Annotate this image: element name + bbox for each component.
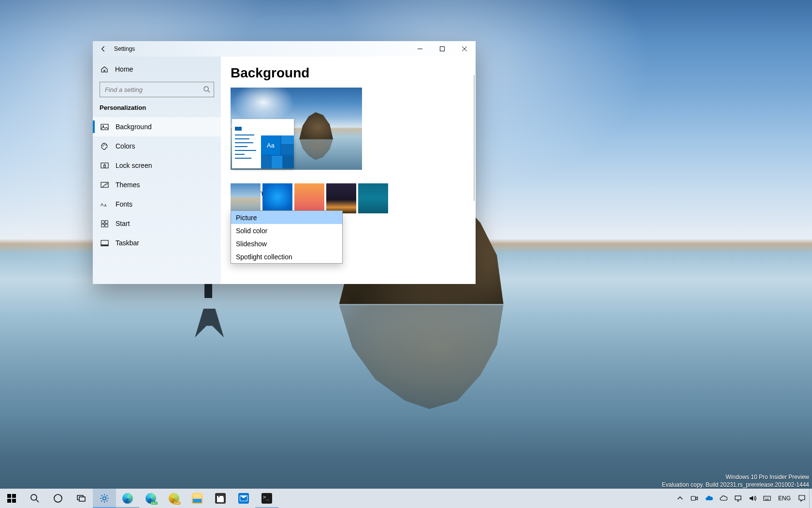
watermark-line2: Evaluation copy. Build 20231.rs_prerelea… xyxy=(662,481,809,489)
tray-network[interactable] xyxy=(731,489,745,508)
taskbar-app-terminal[interactable] xyxy=(255,489,278,508)
sidebar-item-lock-screen[interactable]: Lock screen xyxy=(93,156,221,175)
gear-icon xyxy=(99,493,110,504)
search-icon xyxy=(29,493,40,504)
edge-icon xyxy=(122,493,133,504)
home-icon xyxy=(101,65,108,73)
window-controls xyxy=(409,41,476,57)
maximize-button[interactable] xyxy=(431,41,453,57)
search-input[interactable] xyxy=(100,82,214,97)
svg-point-26 xyxy=(103,497,106,500)
sidebar-item-label: Lock screen xyxy=(116,162,152,169)
back-button[interactable] xyxy=(93,41,114,57)
start-button[interactable] xyxy=(0,489,23,508)
sidebar-item-label: Fonts xyxy=(116,200,132,208)
minimize-button[interactable] xyxy=(409,41,431,57)
sidebar-item-themes[interactable]: Themes xyxy=(93,175,221,194)
sidebar-item-label: Colors xyxy=(116,142,135,150)
picture-thumb-4[interactable] xyxy=(326,183,356,213)
svg-rect-27 xyxy=(691,496,696,500)
taskbar-app-mail[interactable] xyxy=(232,489,255,508)
tray-volume[interactable] xyxy=(745,489,760,508)
wallpaper-rock-reflection xyxy=(339,305,504,411)
svg-rect-25 xyxy=(79,497,85,501)
sidebar-item-label: Background xyxy=(116,123,152,131)
taskbar-app-store[interactable] xyxy=(209,489,232,508)
svg-rect-18 xyxy=(7,494,11,498)
sample-text-tile: Aa xyxy=(261,135,280,155)
cloud-icon xyxy=(705,494,713,502)
tray-keyboard[interactable] xyxy=(760,489,774,508)
minimize-icon xyxy=(418,46,422,51)
picture-thumb-3[interactable] xyxy=(294,183,324,213)
svg-point-6 xyxy=(105,144,106,145)
windows-logo-icon xyxy=(6,493,17,504)
svg-point-1 xyxy=(204,87,208,91)
tray-meet-now[interactable] xyxy=(687,489,702,508)
mail-icon xyxy=(238,493,249,504)
sidebar-item-label: Taskbar xyxy=(116,239,139,247)
dropdown-option-slideshow[interactable]: Slideshow xyxy=(231,237,342,250)
fonts-icon: AA xyxy=(101,200,109,209)
settings-window: Settings Home Personalization xyxy=(93,41,476,284)
svg-text:A: A xyxy=(104,203,107,208)
sidebar-item-taskbar[interactable]: Taskbar xyxy=(93,233,221,253)
taskbar-app-file-explorer[interactable] xyxy=(186,489,209,508)
scrollbar[interactable] xyxy=(474,75,475,201)
sidebar-home[interactable]: Home xyxy=(93,61,221,77)
cloud-outline-icon xyxy=(720,494,727,502)
svg-rect-8 xyxy=(104,165,106,167)
sidebar-item-colors[interactable]: Colors xyxy=(93,136,221,156)
edge-dev-icon xyxy=(145,493,156,504)
svg-rect-21 xyxy=(12,499,16,503)
sidebar-home-label: Home xyxy=(115,65,133,73)
system-tray: ENG xyxy=(673,489,812,508)
tray-overflow[interactable] xyxy=(673,489,687,508)
sidebar-item-start[interactable]: Start xyxy=(93,214,221,233)
picture-thumb-1[interactable] xyxy=(231,183,261,213)
keyboard-icon xyxy=(763,494,771,502)
dropdown-option-picture[interactable]: Picture xyxy=(231,211,342,224)
taskbar-app-settings[interactable] xyxy=(93,489,116,508)
sample-window: Aa xyxy=(232,119,294,168)
page-title: Background xyxy=(231,65,466,81)
taskbar-app-edge-dev[interactable] xyxy=(139,489,162,508)
sidebar-item-label: Start xyxy=(116,220,130,227)
taskbar-app-edge-canary[interactable] xyxy=(162,489,186,508)
taskbar-app-edge[interactable] xyxy=(116,489,139,508)
store-icon xyxy=(215,493,226,504)
dropdown-option-spotlight[interactable]: Spotlight collection xyxy=(231,250,342,263)
background-dropdown[interactable]: Picture Solid color Slideshow Spotlight … xyxy=(231,210,343,264)
tray-onedrive[interactable] xyxy=(702,489,716,508)
picture-thumb-2[interactable] xyxy=(262,183,292,213)
search-icon xyxy=(203,86,210,93)
svg-point-3 xyxy=(102,125,104,127)
tray-action-center[interactable] xyxy=(795,489,809,508)
tray-language[interactable]: ENG xyxy=(774,489,795,508)
sidebar-item-background[interactable]: Background xyxy=(93,117,221,136)
background-preview: Aa xyxy=(231,88,362,170)
close-button[interactable] xyxy=(453,41,476,57)
svg-rect-12 xyxy=(102,220,104,223)
recent-pictures xyxy=(231,183,466,213)
show-desktop-button[interactable] xyxy=(809,489,812,508)
terminal-icon xyxy=(261,493,272,504)
taskbar-search[interactable] xyxy=(23,489,46,508)
themes-icon xyxy=(101,181,109,189)
maximize-icon xyxy=(440,46,445,51)
svg-text:A: A xyxy=(101,202,104,207)
taskbar-task-view[interactable] xyxy=(70,489,93,508)
sidebar-section-label: Personalization xyxy=(93,104,221,117)
tray-onedrive-2[interactable] xyxy=(716,489,731,508)
watermark-line1: Windows 10 Pro Insider Preview xyxy=(662,473,809,481)
volume-icon xyxy=(749,494,756,502)
picture-thumb-5[interactable] xyxy=(358,183,388,213)
titlebar[interactable]: Settings xyxy=(93,41,476,57)
sidebar: Home Personalization Background Colors xyxy=(93,57,221,284)
dropdown-option-solid-color[interactable]: Solid color xyxy=(231,224,342,237)
svg-rect-17 xyxy=(101,244,108,246)
svg-rect-15 xyxy=(105,224,108,227)
sidebar-item-fonts[interactable]: AA Fonts xyxy=(93,194,221,214)
taskbar-cortana[interactable] xyxy=(46,489,70,508)
window-title: Settings xyxy=(114,45,135,52)
